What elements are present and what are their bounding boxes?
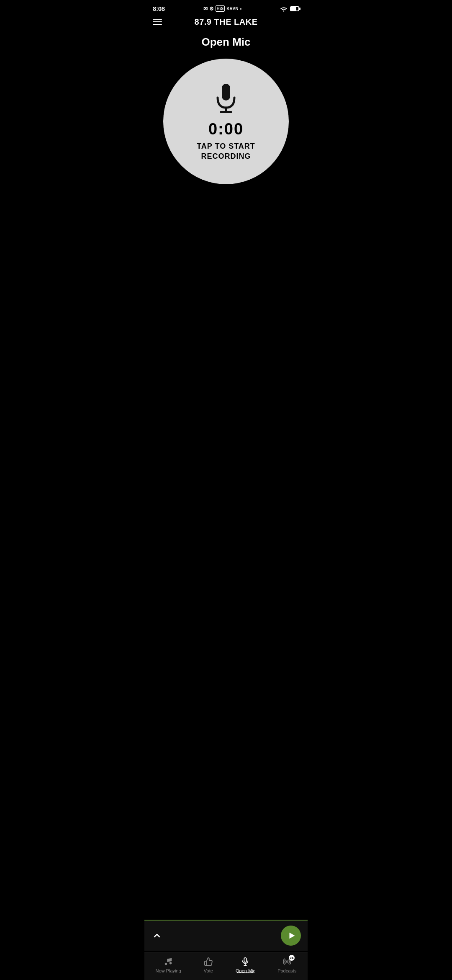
tap-instruction: TAP TO START RECORDING bbox=[197, 142, 255, 161]
battery-icon bbox=[290, 6, 299, 11]
dot-icon: • bbox=[240, 6, 241, 11]
wifi-icon bbox=[280, 6, 288, 12]
menu-button[interactable] bbox=[153, 19, 162, 25]
header: 87.9 THE LAKE bbox=[144, 15, 308, 31]
status-time: 8:08 bbox=[153, 5, 165, 12]
page-title: Open Mic bbox=[144, 31, 308, 59]
gmail-icon: ✉ bbox=[203, 6, 208, 12]
microphone-icon bbox=[211, 82, 241, 115]
status-bar: 8:08 ✉ ⚙ HiS KRVN • bbox=[144, 0, 308, 15]
hispania-icon: HiS bbox=[216, 5, 225, 12]
svg-rect-3 bbox=[220, 111, 232, 113]
station-title: 87.9 THE LAKE bbox=[195, 17, 258, 27]
settings-icon: ⚙ bbox=[209, 6, 214, 12]
krvn-icon: KRVN bbox=[226, 6, 238, 11]
svg-point-0 bbox=[283, 10, 285, 12]
status-notifications: ✉ ⚙ HiS KRVN • bbox=[203, 5, 242, 12]
svg-rect-1 bbox=[222, 84, 230, 101]
recording-button[interactable]: 0:00 TAP TO START RECORDING bbox=[163, 59, 289, 184]
timer-display: 0:00 bbox=[208, 120, 244, 138]
status-indicators bbox=[280, 6, 299, 12]
